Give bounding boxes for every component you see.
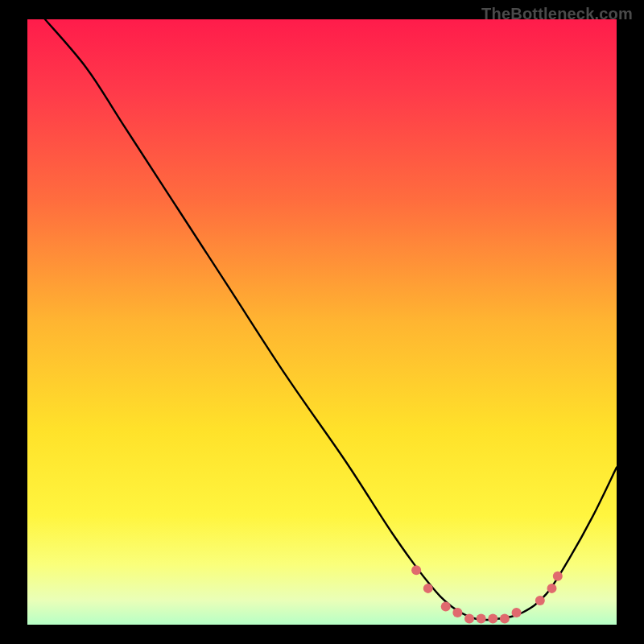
- highlight-dot: [464, 613, 474, 623]
- watermark-text: TheBottleneck.com: [481, 5, 633, 23]
- highlight-dot: [535, 596, 545, 605]
- highlight-dot: [512, 608, 522, 617]
- highlight-dot: [452, 608, 462, 617]
- highlight-dot: [423, 584, 433, 593]
- highlight-dots-group: [411, 565, 563, 623]
- highlight-dot: [488, 613, 497, 623]
- plot-area: [27, 19, 617, 625]
- highlight-dot: [411, 565, 421, 575]
- highlight-dot: [441, 601, 451, 611]
- highlight-dot: [500, 613, 510, 623]
- highlight-dot: [547, 584, 556, 593]
- dots-svg: [27, 19, 617, 625]
- stage: TheBottleneck.com: [0, 0, 644, 644]
- highlight-dot: [553, 572, 563, 581]
- highlight-dot: [477, 613, 486, 623]
